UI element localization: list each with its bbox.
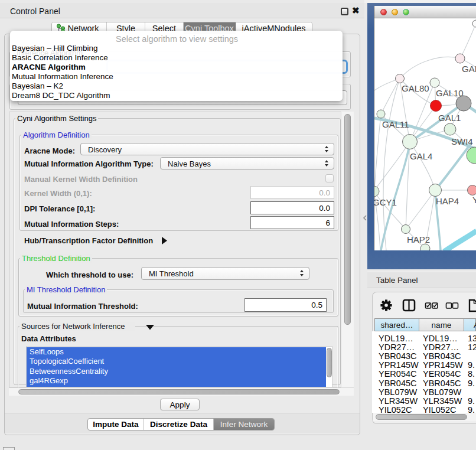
svg-text:GAL80: GAL80 bbox=[402, 83, 429, 93]
svg-text:GAL11: GAL11 bbox=[382, 119, 409, 129]
svg-text:GAL10: GAL10 bbox=[436, 88, 464, 98]
svg-text:SWI4: SWI4 bbox=[451, 136, 473, 146]
svg-text:HAP4: HAP4 bbox=[436, 196, 459, 206]
svg-text:Y: Y bbox=[472, 195, 476, 205]
svg-text:GCY1: GCY1 bbox=[374, 197, 397, 207]
svg-text:GAL1: GAL1 bbox=[438, 113, 461, 123]
svg-text:GAL4: GAL4 bbox=[410, 151, 432, 161]
svg-text:GAL7: GAL7 bbox=[462, 64, 476, 74]
svg-text:HAP2: HAP2 bbox=[407, 234, 430, 244]
